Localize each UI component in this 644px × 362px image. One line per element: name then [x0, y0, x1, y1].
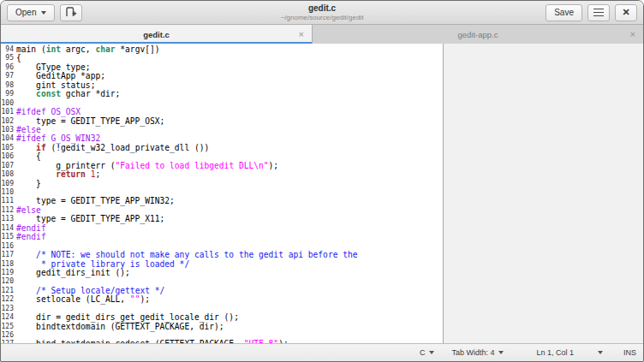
line-number: 109 — [1, 180, 14, 188]
line-number: 114 — [1, 224, 14, 233]
code-line: if (!gedit_w32_load_private_dll ()) — [16, 144, 358, 152]
code-line: } — [16, 180, 358, 188]
line-number: 119 — [1, 269, 14, 277]
code-line: #endif — [16, 233, 358, 241]
tab-bar: gedit.c × gedit-app.c × — [1, 25, 643, 44]
tab-gedit-app-c[interactable]: gedit-app.c × — [313, 25, 643, 44]
language-selector[interactable]: C — [420, 348, 435, 357]
line-number: 97 — [1, 72, 14, 80]
status-bar: C Tab Width: 4 Ln 1, Col 1 INS — [1, 343, 643, 361]
tab-new-icon — [65, 6, 77, 19]
chevron-down-icon — [498, 351, 504, 354]
headerbar-left: Open — [7, 4, 82, 21]
insert-mode-indicator: INS — [623, 348, 636, 357]
line-number: 102 — [1, 117, 14, 126]
line-number: 115 — [1, 233, 14, 241]
insert-mode-label: INS — [623, 348, 636, 357]
line-number: 108 — [1, 170, 14, 179]
editor-view[interactable]: 9495969798991001011021031041051061071081… — [1, 44, 643, 343]
cursor-position[interactable]: Ln 1, Col 1 — [536, 348, 574, 357]
line-number: 113 — [1, 215, 14, 223]
code-line: bindtextdomain (GETTEXT_PACKAGE, dir); — [16, 323, 358, 331]
line-number: 118 — [1, 260, 14, 269]
line-number: 105 — [1, 144, 14, 152]
chevron-down-icon — [429, 351, 434, 354]
line-number: 117 — [1, 251, 14, 259]
line-number: 95 — [1, 54, 14, 62]
line-number: 104 — [1, 134, 14, 143]
line-number: 123 — [1, 305, 14, 313]
window-title-block: gedit.c ~/gnome/source/gedit/gedit — [281, 3, 364, 21]
line-numbers: 9495969798991001011021031041051061071081… — [1, 44, 14, 343]
new-document-button[interactable] — [60, 4, 82, 21]
tab-gedit-c[interactable]: gedit.c × — [1, 25, 313, 44]
line-number: 99 — [1, 90, 14, 98]
position-dropdown-arrow-icon[interactable] — [598, 351, 603, 354]
tab-width-label: Tab Width: 4 — [451, 348, 494, 357]
code-line: return 1; — [16, 170, 358, 179]
line-number: 122 — [1, 295, 14, 304]
code-line: #endif — [16, 224, 358, 233]
headerbar-right: Save ✕ — [546, 4, 637, 21]
window-title: gedit.c — [281, 3, 364, 14]
window-subtitle: ~/gnome/source/gedit/gedit — [281, 14, 364, 21]
code-line: gedit_dirs_init (); — [16, 269, 358, 277]
line-number: 110 — [1, 188, 14, 197]
line-number: 125 — [1, 323, 14, 331]
menu-button[interactable] — [587, 4, 610, 21]
line-number: 126 — [1, 331, 14, 340]
code-line: type = GEDIT_TYPE_APP_WIN32; — [16, 197, 358, 205]
line-number: 103 — [1, 126, 14, 134]
line-number: 111 — [1, 197, 14, 205]
window-close-button[interactable]: ✕ — [615, 4, 637, 21]
open-button[interactable]: Open — [7, 4, 55, 21]
line-number: 101 — [1, 108, 14, 116]
tab-close-icon[interactable]: × — [630, 30, 635, 39]
headerbar: Open gedit.c ~/gnome/source/gedit/gedit … — [1, 1, 643, 25]
tab-close-icon[interactable]: × — [299, 30, 304, 39]
code-line: type = GEDIT_TYPE_APP_X11; — [16, 215, 358, 223]
tab-label: gedit.c — [143, 30, 170, 39]
line-number: 106 — [1, 152, 14, 161]
tab-label: gedit-app.c — [457, 30, 498, 39]
line-number: 96 — [1, 63, 14, 72]
cursor-position-label: Ln 1, Col 1 — [536, 348, 574, 357]
line-number: 127 — [1, 340, 14, 343]
right-margin-overlay — [443, 44, 643, 343]
line-number: 116 — [1, 242, 14, 251]
line-number: 120 — [1, 277, 14, 286]
code-area[interactable]: main (int argc, char *argv[]){ GType typ… — [16, 44, 358, 343]
tab-width-selector[interactable]: Tab Width: 4 — [451, 348, 504, 357]
line-number: 112 — [1, 206, 14, 215]
code-line: setlocale (LC_ALL, ""); — [16, 295, 358, 304]
line-number: 124 — [1, 313, 14, 322]
line-number: 121 — [1, 287, 14, 295]
line-number: 94 — [1, 45, 14, 54]
code-line: main (int argc, char *argv[]) — [16, 45, 358, 54]
code-line: type = GEDIT_TYPE_APP_OSX; — [16, 117, 358, 126]
save-button[interactable]: Save — [546, 4, 582, 21]
code-line: bind_textdomain_codeset (GETTEXT_PACKAGE… — [16, 340, 358, 343]
chevron-down-icon — [41, 11, 46, 15]
line-number: 107 — [1, 162, 14, 170]
line-number: 100 — [1, 99, 14, 108]
window-close-icon: ✕ — [622, 8, 629, 17]
language-label: C — [420, 348, 426, 357]
gedit-window: Open gedit.c ~/gnome/source/gedit/gedit … — [0, 0, 644, 362]
line-number: 98 — [1, 81, 14, 90]
code-line: const gchar *dir; — [16, 90, 358, 98]
open-button-label: Open — [15, 8, 36, 17]
hamburger-menu-icon — [593, 9, 604, 16]
